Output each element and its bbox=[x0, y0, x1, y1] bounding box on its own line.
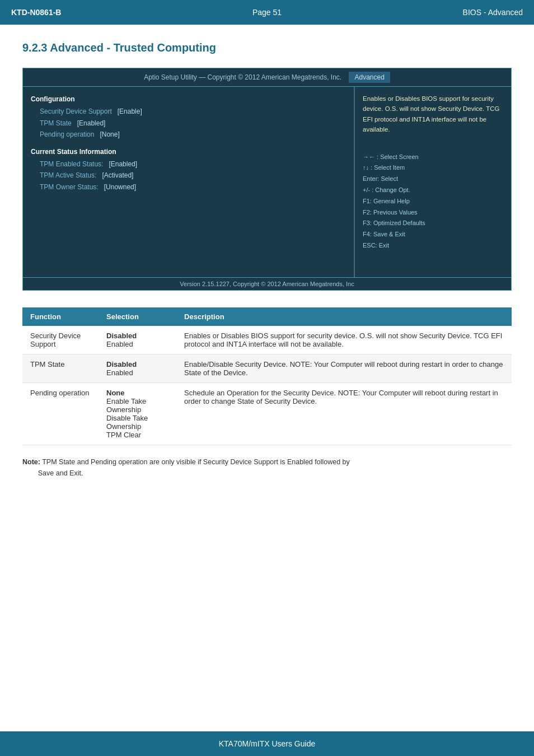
tpm-enabled-status: TPM Enabled Status: [Enabled] bbox=[31, 158, 346, 170]
bios-help-text: Enables or Disables BIOS support for sec… bbox=[363, 94, 503, 135]
header-center: Page 51 bbox=[182, 8, 353, 17]
bios-item-tpm-state[interactable]: TPM State [Enabled] bbox=[31, 118, 346, 129]
function-pending: Pending operation bbox=[22, 383, 99, 445]
selection-tpm-state-enabled: Enabled bbox=[106, 368, 133, 377]
nav-key-select-item: ↑↓ : Select Item bbox=[363, 162, 503, 174]
bios-footer: Version 2.15.1227, Copyright © 2012 Amer… bbox=[23, 277, 511, 290]
tpm-state-label: TPM State bbox=[31, 119, 72, 127]
note-label: Note: bbox=[22, 458, 40, 466]
bios-panel: Aptio Setup Utility — Copyright © 2012 A… bbox=[22, 68, 512, 291]
selection-security-disabled: Disabled bbox=[106, 332, 168, 340]
header-right: BIOS - Advanced bbox=[352, 8, 523, 17]
table-row: Pending operation None Enable Take Owner… bbox=[22, 383, 512, 445]
security-label: Security Device Support bbox=[31, 108, 112, 115]
nav-key-f3: F3: Optimized Defaults bbox=[363, 218, 503, 229]
tpm-enabled-label: TPM Enabled Status: bbox=[31, 160, 103, 168]
bios-left-column: Configuration Security Device Support [E… bbox=[23, 87, 354, 277]
pending-label: Pending operation bbox=[31, 130, 94, 138]
description-tpm-state: Enable/Disable Security Device. NOTE: Yo… bbox=[176, 354, 512, 383]
selection-pending-disable: Disable Take Ownership bbox=[106, 414, 148, 431]
tpm-active-status: TPM Active Status: [Activated] bbox=[31, 170, 346, 181]
function-security: Security Device Support bbox=[22, 326, 99, 354]
selection-security-enabled: Enabled bbox=[106, 340, 133, 348]
pending-value: [None] bbox=[100, 130, 119, 138]
function-tpm-state: TPM State bbox=[22, 354, 99, 383]
bios-title-bar: Aptio Setup Utility — Copyright © 2012 A… bbox=[23, 68, 511, 87]
status-header: Current Status Information bbox=[31, 146, 346, 157]
nav-key-f4: F4: Save & Exit bbox=[363, 229, 503, 240]
table-row: Security Device Support Disabled Enabled… bbox=[22, 326, 512, 354]
selection-tpm-state-disabled: Disabled bbox=[106, 360, 168, 368]
config-header: Configuration bbox=[31, 94, 346, 105]
selection-pending-enable: Enable Take Ownership bbox=[106, 397, 146, 414]
tpm-state-value: [Enabled] bbox=[77, 119, 106, 127]
bios-right-column: Enables or Disables BIOS support for sec… bbox=[354, 87, 511, 277]
selection-tpm-state: Disabled Enabled bbox=[99, 354, 176, 383]
nav-key-change: +/- : Change Opt. bbox=[363, 185, 503, 196]
table-header-row: Function Selection Description bbox=[22, 307, 512, 326]
bios-body: Configuration Security Device Support [E… bbox=[23, 87, 511, 277]
bios-title-text: Aptio Setup Utility — Copyright © 2012 A… bbox=[144, 73, 341, 81]
tpm-enabled-value: [Enabled] bbox=[109, 160, 137, 168]
bios-item-pending[interactable]: Pending operation [None] bbox=[31, 129, 346, 140]
col-description: Description bbox=[176, 307, 512, 326]
page-footer: KTA70M/mITX Users Guide bbox=[0, 731, 534, 756]
tpm-owner-value: [Unowned] bbox=[104, 183, 136, 191]
header-left: KTD-N0861-B bbox=[11, 8, 182, 17]
tpm-owner-label: TPM Owner Status: bbox=[31, 183, 99, 191]
bios-status-items: TPM Enabled Status: [Enabled] TPM Active… bbox=[31, 158, 346, 193]
selection-pending: None Enable Take Ownership Disable Take … bbox=[99, 383, 176, 445]
section-title: 9.2.3 Advanced - Trusted Computing bbox=[22, 41, 512, 54]
col-function: Function bbox=[22, 307, 99, 326]
tpm-owner-status: TPM Owner Status: [Unowned] bbox=[31, 181, 346, 193]
tpm-active-label: TPM Active Status: bbox=[31, 171, 96, 179]
security-value: [Enable] bbox=[118, 108, 142, 115]
tpm-active-value: [Activated] bbox=[102, 171, 133, 179]
description-pending: Schedule an Operation for the Security D… bbox=[176, 383, 512, 445]
nav-key-f1: F1: General Help bbox=[363, 196, 503, 207]
note-section: Note: TPM State and Pending operation ar… bbox=[22, 456, 512, 479]
table-row: TPM State Disabled Enabled Enable/Disabl… bbox=[22, 354, 512, 383]
selection-pending-none: None bbox=[106, 389, 168, 397]
selection-security: Disabled Enabled bbox=[99, 326, 176, 354]
header-bar: KTD-N0861-B Page 51 BIOS - Advanced bbox=[0, 0, 534, 25]
bios-tab[interactable]: Advanced bbox=[349, 72, 390, 83]
note-text: TPM State and Pending operation are only… bbox=[22, 458, 350, 477]
main-content: 9.2.3 Advanced - Trusted Computing Aptio… bbox=[0, 25, 534, 512]
selection-pending-clear: TPM Clear bbox=[106, 431, 141, 439]
nav-key-f2: F2: Previous Values bbox=[363, 207, 503, 218]
description-security: Enables or Disables BIOS support for sec… bbox=[176, 326, 512, 354]
bios-nav-keys: →← : Select Screen ↑↓ : Select Item Ente… bbox=[363, 152, 503, 251]
footer-text: KTA70M/mITX Users Guide bbox=[219, 739, 315, 748]
bios-config-items: Security Device Support [Enable] TPM Sta… bbox=[31, 106, 346, 140]
status-section: Current Status Information TPM Enabled S… bbox=[31, 146, 346, 193]
col-selection: Selection bbox=[99, 307, 176, 326]
nav-key-enter: Enter: Select bbox=[363, 174, 503, 185]
nav-key-select-screen: →← : Select Screen bbox=[363, 152, 503, 163]
bios-item-security[interactable]: Security Device Support [Enable] bbox=[31, 106, 346, 117]
nav-key-esc: ESC: Exit bbox=[363, 240, 503, 251]
function-table: Function Selection Description Security … bbox=[22, 307, 512, 445]
